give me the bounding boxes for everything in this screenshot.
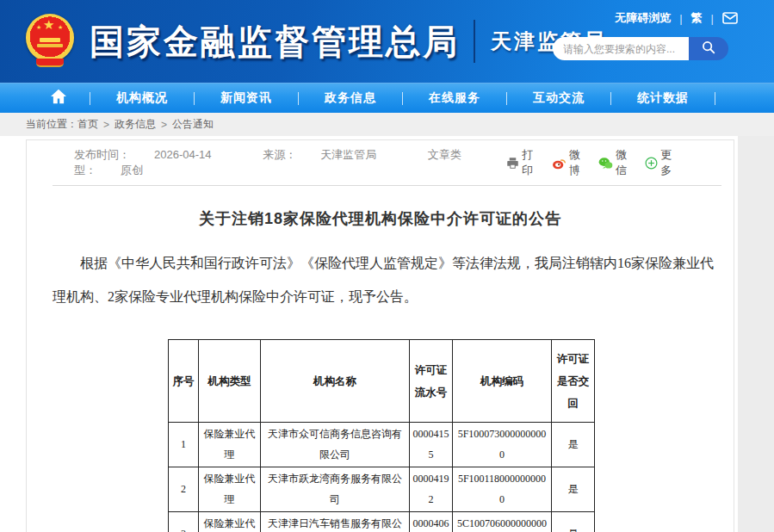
breadcrumb-separator: > <box>161 119 167 131</box>
nav-item-tongjishuju[interactable]: 统计数据 <box>611 90 715 106</box>
table-header-row: 序号 机构类型 机构名称 许可证流水号 机构编码 许可证是否交回 <box>169 340 595 423</box>
article-paragraph: 根据《中华人民共和国行政许可法》《保险代理人监管规定》等法律法规，我局注销辖内1… <box>53 246 720 313</box>
emblem-gate <box>40 38 60 42</box>
nav-item-jigougaikuang[interactable]: 机构概况 <box>90 90 194 106</box>
breadcrumb: 当前位置： 首页 > 政务信息 > 公告通知 <box>0 113 774 136</box>
table-cell: 是 <box>552 511 595 532</box>
mail-icon[interactable] <box>722 12 738 24</box>
table-cell: 保险兼业代理 <box>199 467 261 512</box>
table-cell: 天津津日汽车销售服务有限公司 <box>261 511 410 532</box>
site-header: ★ ★ ★ 国家金融监督管理总局 天津监管局 无障碍浏览 | 繁 | <box>0 0 774 83</box>
table-cell: 保险兼业代理 <box>199 423 261 467</box>
table-cell: 5F1000730000000000 <box>453 423 552 467</box>
nav-home-button[interactable] <box>41 89 90 108</box>
table-row: 3 保险兼业代理 天津津日汽车销售服务有限公司 00004067 5C10070… <box>169 511 595 532</box>
emblem-ribbon <box>36 59 64 67</box>
col-header-shifoujiaohui: 许可证是否交回 <box>552 340 595 423</box>
emblem-star-icon: ★ <box>43 17 54 33</box>
meta-divider <box>53 185 721 186</box>
table-cell: 是 <box>552 423 595 467</box>
search-bar <box>553 37 738 60</box>
table-cell: 天津市众可信商务信息咨询有限公司 <box>261 423 410 467</box>
table-cell: 00004155 <box>410 423 453 467</box>
separator: | <box>711 12 714 25</box>
col-header-xuhao: 序号 <box>169 340 199 423</box>
breadcrumb-home[interactable]: 首页 <box>77 117 98 132</box>
nav-item-xinwenzixun[interactable]: 新闻资讯 <box>195 90 298 106</box>
breadcrumb-section[interactable]: 政务信息 <box>115 117 156 132</box>
printer-icon <box>506 157 519 170</box>
search-button[interactable] <box>689 37 728 60</box>
publish-time: 发布时间：2026-04-14 <box>74 148 236 161</box>
article-title: 关于注销18家保险代理机构保险中介许可证的公告 <box>27 208 734 229</box>
article-actions: 打印 微博 <box>489 147 673 178</box>
emblem-star-icon: ★ <box>58 24 63 31</box>
wechat-icon <box>598 157 613 170</box>
emblem-gate <box>37 44 63 47</box>
weibo-icon <box>552 157 567 170</box>
article-source: 来源：天津监管局 <box>263 148 400 161</box>
emblem-star-icon: ★ <box>36 24 41 31</box>
breadcrumb-current[interactable]: 公告通知 <box>172 117 214 132</box>
wechat-share-button[interactable]: 微信 <box>598 147 628 178</box>
header-right: 无障碍浏览 | 繁 | <box>553 10 738 60</box>
table-cell: 5F1001180000000000 <box>453 467 552 512</box>
nav-item-hudongjiaoliu[interactable]: 互动交流 <box>507 90 610 106</box>
top-links: 无障碍浏览 | 繁 | <box>553 10 738 26</box>
article-meta-left: 发布时间：2026-04-14 来源：天津监管局 文章类型：原创 <box>74 147 489 178</box>
article-box: 发布时间：2026-04-14 来源：天津监管局 文章类型：原创 打印 <box>26 139 734 532</box>
accessibility-link[interactable]: 无障碍浏览 <box>615 10 671 26</box>
table-cell: 00004067 <box>410 511 453 532</box>
article-meta: 发布时间：2026-04-14 来源：天津监管局 文章类型：原创 打印 <box>27 140 734 185</box>
table-cell: 1 <box>169 423 199 467</box>
more-plus-icon <box>645 157 658 170</box>
nav-item-zhengwuxinxi[interactable]: 政务信息 <box>299 90 402 106</box>
table-cell: 2 <box>169 467 199 512</box>
home-icon <box>50 89 67 108</box>
table-cell: 是 <box>552 467 595 512</box>
table-row: 1 保险兼业代理 天津市众可信商务信息咨询有限公司 00004155 5F100… <box>169 423 595 467</box>
page: ★ ★ ★ 国家金融监督管理总局 天津监管局 无障碍浏览 | 繁 | <box>0 0 774 532</box>
header-divider <box>474 20 475 63</box>
print-button[interactable]: 打印 <box>506 147 535 178</box>
table-cell: 00004192 <box>410 467 453 512</box>
traditional-chinese-link[interactable]: 繁 <box>691 10 703 26</box>
main-nav: 机构概况 新闻资讯 政务信息 在线服务 互动交流 统计数据 <box>0 83 774 113</box>
table-cell: 3 <box>169 511 199 532</box>
main-content: 发布时间：2026-04-14 来源：天津监管局 文章类型：原创 打印 <box>0 136 738 532</box>
table-row: 2 保险兼业代理 天津市跃龙湾商务服务有限公司 00004192 5F10011… <box>169 467 595 512</box>
col-header-jigoubianma: 机构编码 <box>453 340 552 423</box>
breadcrumb-separator: > <box>103 119 109 131</box>
weibo-share-button[interactable]: 微博 <box>552 147 581 178</box>
license-cancellation-table: 序号 机构类型 机构名称 许可证流水号 机构编码 许可证是否交回 1 保险兼业代… <box>168 339 595 532</box>
table-cell: 天津市跃龙湾商务服务有限公司 <box>261 467 410 512</box>
search-input[interactable] <box>553 37 689 60</box>
breadcrumb-label: 当前位置： <box>26 117 77 132</box>
page-right-gutter <box>738 136 774 532</box>
separator: | <box>679 12 682 25</box>
nav-separator <box>715 92 715 105</box>
national-emblem: ★ ★ ★ <box>26 14 76 69</box>
col-header-liushuihao: 许可证流水号 <box>410 340 453 423</box>
nav-item-zaixianfuwu[interactable]: 在线服务 <box>403 90 506 106</box>
more-share-button[interactable]: 更多 <box>645 147 673 178</box>
table-cell: 保险兼业代理 <box>199 511 261 532</box>
col-header-jigoumingcheng: 机构名称 <box>261 340 410 423</box>
table-cell: 5C1007060000000000 <box>453 511 552 532</box>
site-title: 国家金融监督管理总局 <box>90 18 460 65</box>
col-header-jigouleixing: 机构类型 <box>199 340 261 423</box>
search-icon <box>701 40 716 58</box>
